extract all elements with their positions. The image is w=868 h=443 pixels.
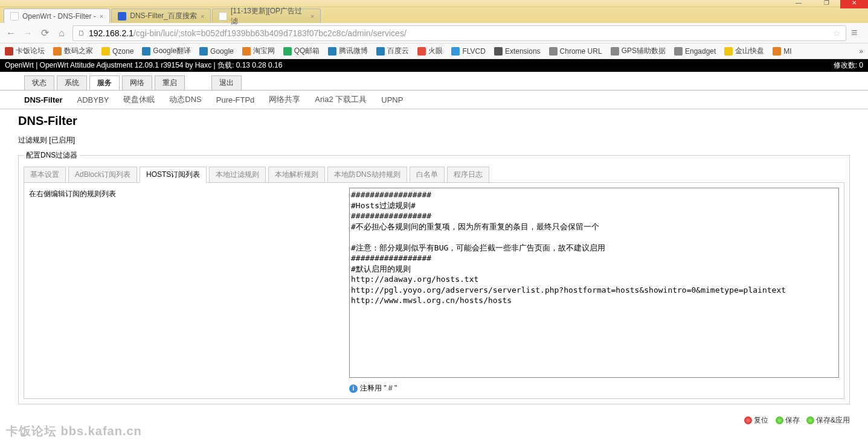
sub-nav-item[interactable]: 硬盘休眠 — [123, 94, 155, 105]
header-info: OpenWrt | OpenWrt Attitude Adjustment 12… — [5, 60, 282, 71]
back-button[interactable]: ← — [5, 27, 17, 39]
config-tab[interactable]: 本地解析规则 — [268, 167, 325, 183]
chrome-menu-icon[interactable]: ≡ — [851, 27, 863, 39]
info-icon: i — [349, 384, 358, 393]
config-tab[interactable]: 白名单 — [410, 167, 445, 183]
reload-button[interactable]: ⟳ — [39, 27, 51, 39]
bookmark-icon — [724, 47, 733, 56]
bookmark-label: Google — [210, 47, 234, 56]
sub-nav: DNS-FilterADBYBY硬盘休眠动态DNSPure-FTPd网络共享Ar… — [0, 90, 868, 109]
browser-tab[interactable]: DNS-Filter_百度搜索 × — [111, 8, 211, 23]
bookmark-item[interactable]: 数码之家 — [53, 46, 93, 56]
tab-close-icon[interactable]: × — [201, 13, 204, 20]
hosts-rules-textarea[interactable] — [349, 188, 839, 378]
sub-nav-item[interactable]: Pure-FTPd — [216, 95, 255, 104]
sub-nav-item[interactable]: 网络共享 — [269, 94, 300, 105]
bookmark-icon — [328, 47, 336, 56]
logout-button[interactable]: 退出 — [211, 75, 242, 90]
tab-title: OpenWrt - DNS-Filter - — [22, 12, 96, 21]
home-button[interactable]: ⌂ — [56, 27, 68, 39]
bookmark-icon — [5, 47, 13, 56]
bookmark-item[interactable]: 金山快盘 — [724, 46, 764, 56]
url-input[interactable]: 🗋 192.168.2.1/cgi-bin/luci/;stok=b052df1… — [72, 25, 846, 41]
main-nav-item[interactable]: 重启 — [155, 75, 185, 90]
filter-status: 过滤规则 [已启用] — [18, 135, 850, 145]
tab-close-icon[interactable]: × — [100, 13, 103, 20]
page-icon: 🗋 — [78, 29, 85, 37]
bookmarks-overflow-icon[interactable]: » — [859, 47, 863, 56]
bookmark-icon — [417, 47, 426, 56]
config-tab[interactable]: 本地过滤规则 — [209, 167, 266, 183]
config-body: 在右侧编辑订阅的规则列表 i 注释用 " # " — [24, 182, 844, 399]
reset-button[interactable]: 复位 — [744, 415, 768, 425]
bookmark-item[interactable]: Qzone — [101, 47, 133, 56]
bookmark-item[interactable]: MI — [773, 47, 791, 56]
bookmark-item[interactable]: 淘宝网 — [242, 46, 275, 56]
config-tab[interactable]: 本地防DNS劫持规则 — [327, 167, 407, 183]
window-close[interactable]: ✕ — [840, 0, 868, 8]
url-text: 192.168.2.1/cgi-bin/luci/;stok=b052df193… — [89, 28, 833, 38]
config-tab[interactable]: 程序日志 — [447, 167, 489, 183]
bookmark-star-icon[interactable]: ☆ — [833, 28, 841, 38]
bookmark-item[interactable]: QQ邮箱 — [283, 46, 320, 56]
main-nav-item[interactable]: 服务 — [89, 75, 120, 90]
sub-nav-item[interactable]: UPNP — [381, 95, 403, 104]
favicon — [219, 12, 227, 21]
window-maximize[interactable]: ❐ — [812, 0, 840, 8]
tab-title: DNS-Filter_百度搜索 — [130, 11, 197, 21]
bookmark-item[interactable]: 卡饭论坛 — [5, 46, 45, 56]
bookmark-item[interactable]: Chrome URL — [549, 47, 602, 56]
sub-nav-item[interactable]: DNS-Filter — [24, 95, 63, 104]
bookmark-item[interactable]: Extensions — [494, 47, 541, 56]
favicon — [118, 12, 126, 21]
bookmarks-bar: 卡饭论坛数码之家QzoneGoogle翻译Google淘宝网QQ邮箱腾讯微博百度… — [0, 43, 868, 59]
window-minimize[interactable]: — — [785, 0, 812, 8]
main-nav-item[interactable]: 状态 — [24, 75, 54, 90]
sub-nav-item[interactable]: 动态DNS — [169, 94, 201, 105]
bookmark-icon — [142, 47, 150, 56]
bookmark-label: Engadget — [685, 47, 716, 56]
bookmark-icon — [773, 47, 781, 56]
bookmark-item[interactable]: Google翻译 — [142, 46, 191, 56]
bookmark-item[interactable]: Engadget — [674, 47, 716, 56]
bookmark-label: 卡饭论坛 — [16, 46, 45, 56]
config-fieldset: 配置DNS过滤器 基本设置AdBlock订阅列表HOSTS订阅列表本地过滤规则本… — [18, 150, 850, 404]
bookmark-item[interactable]: GPS辅助数据 — [611, 46, 666, 56]
config-tab[interactable]: HOSTS订阅列表 — [140, 167, 207, 183]
sub-nav-item[interactable]: Aria2 下载工具 — [315, 94, 367, 105]
config-tab[interactable]: 基本设置 — [24, 167, 66, 183]
bookmark-item[interactable]: 火眼 — [417, 46, 443, 56]
main-nav-item[interactable]: 系统 — [57, 75, 87, 90]
sub-nav-item[interactable]: ADBYBY — [77, 95, 109, 104]
bookmark-icon — [242, 47, 251, 56]
save-apply-button[interactable]: 保存&应用 — [806, 415, 850, 425]
bookmark-label: QQ邮箱 — [294, 46, 320, 56]
tab-close-icon[interactable]: × — [310, 13, 314, 20]
unsaved-changes[interactable]: 修改数: 0 — [834, 60, 863, 71]
main-nav: 状态系统服务网络重启退出 — [0, 72, 868, 90]
bookmark-icon — [53, 47, 62, 56]
bookmark-icon — [283, 47, 292, 56]
bookmark-item[interactable]: 百度云 — [376, 46, 409, 56]
bookmark-label: Qzone — [112, 47, 133, 56]
hint-row: i 注释用 " # " — [349, 383, 839, 394]
address-bar: ← → ⟳ ⌂ 🗋 192.168.2.1/cgi-bin/luci/;stok… — [0, 23, 868, 43]
bookmark-label: GPS辅助数据 — [622, 46, 666, 56]
config-tabs: 基本设置AdBlock订阅列表HOSTS订阅列表本地过滤规则本地解析规则本地防D… — [24, 167, 844, 183]
bookmark-icon — [549, 47, 558, 56]
bookmark-label: 腾讯微博 — [339, 46, 368, 56]
apply-icon — [806, 416, 814, 424]
bookmark-item[interactable]: Google — [199, 47, 234, 56]
bookmark-icon — [611, 47, 619, 56]
bookmark-item[interactable]: FLVCD — [451, 47, 485, 56]
bookmark-label: 淘宝网 — [253, 46, 275, 56]
bookmark-item[interactable]: 腾讯微博 — [328, 46, 368, 56]
config-tab[interactable]: AdBlock订阅列表 — [68, 167, 137, 183]
browser-tab[interactable]: [11-13更新][OP广告过滤 × — [212, 8, 321, 23]
bookmark-label: 火眼 — [428, 46, 443, 56]
forward-button[interactable]: → — [22, 27, 34, 39]
browser-tab-active[interactable]: OpenWrt - DNS-Filter - × — [4, 8, 110, 23]
bookmark-icon — [199, 47, 208, 56]
main-nav-item[interactable]: 网络 — [122, 75, 152, 90]
save-button[interactable]: 保存 — [776, 415, 800, 425]
